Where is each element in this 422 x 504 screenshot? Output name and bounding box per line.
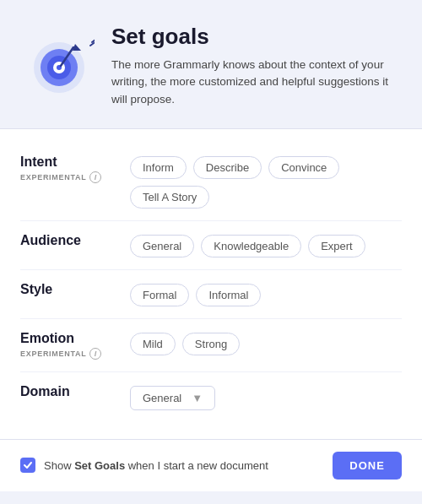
style-row: Style Formal Informal bbox=[20, 270, 402, 319]
show-goals-checkbox[interactable] bbox=[20, 458, 35, 473]
audience-row: Audience General Knowledgeable Expert bbox=[20, 221, 402, 270]
style-informal-tag[interactable]: Informal bbox=[196, 284, 261, 306]
intent-tell-a-story-tag[interactable]: Tell A Story bbox=[130, 186, 209, 209]
intent-inform-tag[interactable]: Inform bbox=[130, 156, 187, 179]
style-label: Style bbox=[20, 282, 130, 297]
intent-convince-tag[interactable]: Convince bbox=[268, 156, 339, 179]
checkmark-icon bbox=[23, 460, 33, 470]
domain-dropdown[interactable]: General ▼ bbox=[130, 386, 215, 410]
intent-options: Inform Describe Convince Tell A Story bbox=[130, 154, 402, 209]
intent-info-icon[interactable]: i bbox=[89, 171, 101, 183]
goals-section: Intent EXPERIMENTAL i Inform Describe Co… bbox=[0, 129, 422, 439]
emotion-strong-tag[interactable]: Strong bbox=[182, 333, 240, 355]
audience-label-wrap: Audience bbox=[20, 233, 130, 248]
intent-label: Intent bbox=[20, 154, 130, 170]
footer: Show Set Goals when I start a new docume… bbox=[0, 439, 422, 491]
domain-selected-value: General bbox=[143, 392, 181, 404]
intent-describe-tag[interactable]: Describe bbox=[193, 156, 262, 179]
svg-line-7 bbox=[92, 35, 95, 42]
logo-wrap bbox=[27, 32, 95, 100]
domain-label: Domain bbox=[20, 384, 130, 399]
audience-general-tag[interactable]: General bbox=[130, 235, 194, 257]
page-title: Set goals bbox=[111, 24, 395, 50]
emotion-mild-tag[interactable]: Mild bbox=[130, 333, 176, 355]
emotion-label: Emotion bbox=[20, 331, 130, 346]
svg-marker-6 bbox=[73, 44, 81, 51]
audience-label: Audience bbox=[20, 233, 130, 248]
done-button[interactable]: DONE bbox=[333, 452, 402, 480]
header-section: Set goals The more Grammarly knows about… bbox=[0, 0, 422, 128]
domain-options: General ▼ bbox=[130, 384, 215, 410]
header-description: The more Grammarly knows about the conte… bbox=[111, 57, 395, 108]
intent-sublabel: EXPERIMENTAL i bbox=[20, 171, 130, 183]
intent-label-wrap: Intent EXPERIMENTAL i bbox=[20, 154, 130, 183]
emotion-label-wrap: Emotion EXPERIMENTAL i bbox=[20, 331, 130, 360]
style-label-wrap: Style bbox=[20, 282, 130, 297]
emotion-sublabel: EXPERIMENTAL i bbox=[20, 348, 130, 360]
audience-expert-tag[interactable]: Expert bbox=[308, 235, 365, 257]
footer-bold-label: Set Goals bbox=[74, 459, 125, 472]
audience-options: General Knowledgeable Expert bbox=[130, 233, 365, 257]
chevron-down-icon: ▼ bbox=[192, 392, 203, 404]
footer-checkbox-label: Show Set Goals when I start a new docume… bbox=[44, 459, 268, 472]
header-text: Set goals The more Grammarly knows about… bbox=[111, 24, 395, 108]
domain-label-wrap: Domain bbox=[20, 384, 130, 399]
style-options: Formal Informal bbox=[130, 282, 261, 306]
emotion-info-icon[interactable]: i bbox=[89, 348, 101, 360]
audience-knowledgeable-tag[interactable]: Knowledgeable bbox=[201, 235, 301, 257]
emotion-options: Mild Strong bbox=[130, 331, 240, 355]
style-formal-tag[interactable]: Formal bbox=[130, 284, 189, 306]
footer-left: Show Set Goals when I start a new docume… bbox=[20, 458, 268, 473]
emotion-row: Emotion EXPERIMENTAL i Mild Strong bbox=[20, 319, 402, 372]
intent-row: Intent EXPERIMENTAL i Inform Describe Co… bbox=[20, 143, 402, 221]
domain-row: Domain General ▼ bbox=[20, 372, 402, 422]
